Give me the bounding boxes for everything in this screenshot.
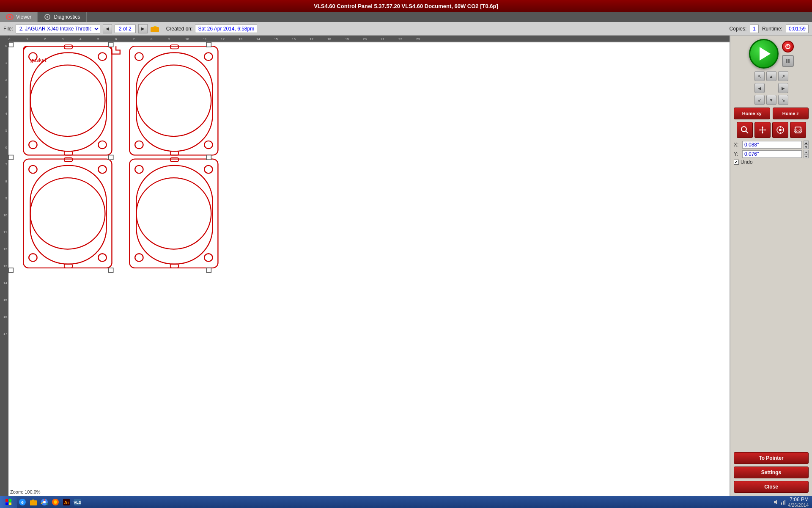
- svg-rect-45: [8, 155, 13, 160]
- x-spin-up[interactable]: ▲: [804, 141, 809, 145]
- svg-rect-50: [206, 268, 211, 273]
- x-value: 0.088": [742, 141, 802, 149]
- svg-point-26: [30, 178, 105, 249]
- y-label: Y:: [734, 151, 741, 157]
- home-z-button[interactable]: Home z: [773, 108, 809, 119]
- center-tool-button[interactable]: [772, 122, 788, 138]
- dpad-downleft-button[interactable]: ↙: [754, 95, 765, 105]
- svg-text:VLS: VLS: [74, 500, 81, 505]
- svg-rect-87: [785, 500, 785, 505]
- zoom-tool-button[interactable]: [737, 122, 753, 138]
- taskbar-illustrator-icon[interactable]: Ai: [62, 498, 71, 506]
- taskbar-ie-icon[interactable]: e: [18, 498, 27, 506]
- x-coordinate-row: X: 0.088" ▲ ▼: [734, 141, 809, 149]
- svg-point-17: [136, 65, 211, 136]
- horizontal-ruler: 0 1 2 3 4 5 6 7 8 9 10 11 12 13 14 15 16: [8, 36, 730, 42]
- tab-viewer-label: Viewer: [16, 14, 31, 20]
- y-spin-down[interactable]: ▼: [804, 154, 809, 158]
- svg-text:00:00: 00:00: [793, 129, 802, 133]
- dpad-right-button[interactable]: ▶: [778, 83, 788, 93]
- created-label: Created on:: [166, 26, 193, 32]
- tab-viewer[interactable]: Viewer: [0, 12, 38, 22]
- file-label: File:: [3, 26, 13, 32]
- svg-rect-69: [5, 499, 8, 502]
- to-pointer-button[interactable]: To Pointer: [734, 452, 809, 464]
- volume-icon: [773, 499, 779, 505]
- dpad-downright-button[interactable]: ↘: [778, 95, 788, 105]
- svg-point-18: [135, 53, 143, 61]
- tab-diagnostics-label: Diagnostics: [54, 14, 80, 20]
- undo-label[interactable]: Undo: [741, 159, 753, 165]
- play-button[interactable]: [749, 39, 779, 69]
- dpad-upright-button[interactable]: ↗: [778, 71, 788, 81]
- settings-button[interactable]: Settings: [734, 467, 809, 478]
- file-dropdown[interactable]: 2. JAGUAR XJ40 Intake Throttle Bed: [16, 24, 100, 33]
- svg-rect-46: [108, 155, 113, 160]
- dpad-left-button[interactable]: ◀: [754, 83, 765, 93]
- svg-rect-42: [170, 264, 178, 268]
- x-spin-down[interactable]: ▼: [804, 145, 809, 149]
- taskbar-time: 7:06 PM 4/26/2014: [788, 497, 809, 508]
- vector-tool-button[interactable]: [754, 122, 771, 138]
- start-button[interactable]: [0, 496, 17, 508]
- home-xy-button[interactable]: Home xy: [734, 108, 770, 119]
- y-coordinate-row: Y: 0.076" ▲ ▼: [734, 150, 809, 158]
- folder-button[interactable]: [150, 24, 159, 33]
- y-spin-up[interactable]: ▲: [804, 150, 809, 154]
- taskbar-app-icon[interactable]: VLS: [73, 498, 82, 506]
- undo-row: ✔ Undo: [734, 159, 809, 165]
- tab-diagnostics[interactable]: Diagnostics: [38, 12, 86, 22]
- play-power-row: [749, 39, 794, 69]
- prev-page-button[interactable]: ◀: [103, 24, 112, 33]
- svg-rect-34: [129, 159, 218, 268]
- svg-point-29: [29, 254, 37, 261]
- svg-rect-15: [64, 151, 72, 155]
- close-button[interactable]: Close: [734, 481, 809, 493]
- power-button[interactable]: [782, 41, 794, 52]
- svg-rect-75: [30, 500, 37, 505]
- dpad-upleft-button[interactable]: ↖: [754, 71, 765, 81]
- x-spinner[interactable]: ▲ ▼: [804, 141, 809, 149]
- timer-tool-button[interactable]: 00:00: [790, 122, 806, 138]
- svg-point-36: [135, 166, 143, 173]
- undo-checkbox[interactable]: ✔: [734, 160, 739, 165]
- dpad-down-button[interactable]: ▼: [766, 95, 776, 105]
- copies-label: Copies:: [730, 26, 747, 32]
- copies-value: 1: [750, 25, 759, 33]
- svg-marker-57: [762, 126, 763, 128]
- svg-marker-84: [774, 500, 777, 504]
- svg-point-62: [779, 129, 782, 131]
- svg-rect-24: [170, 151, 178, 155]
- svg-rect-49: [108, 268, 113, 273]
- taskbar-chrome-icon[interactable]: [40, 498, 49, 506]
- svg-text:e: e: [21, 500, 24, 505]
- taskbar-firefox-icon[interactable]: [51, 498, 60, 506]
- y-value: 0.076": [742, 150, 802, 158]
- taskbar-folder-icon[interactable]: [29, 498, 38, 506]
- tool-buttons-row: 00:00: [737, 122, 806, 138]
- svg-rect-25: [23, 159, 112, 268]
- pause-button[interactable]: [782, 55, 794, 67]
- svg-point-79: [54, 500, 57, 504]
- svg-point-7: [30, 65, 105, 136]
- svg-point-30: [98, 254, 106, 261]
- svg-point-11: [98, 141, 106, 149]
- y-spinner[interactable]: ▲ ▼: [804, 150, 809, 158]
- next-page-button[interactable]: ▶: [138, 24, 148, 33]
- svg-point-39: [204, 254, 212, 261]
- directional-pad: ↖ ▲ ↗ ◀ ▶ ↙ ▼ ↘: [754, 71, 788, 105]
- svg-point-27: [29, 166, 37, 173]
- home-buttons-row: Home xy Home z: [734, 108, 809, 119]
- taskbar: e Ai VLS 7:06 PM 4/26/2014: [0, 496, 812, 508]
- svg-point-1: [8, 16, 11, 18]
- svg-point-10: [29, 141, 37, 149]
- diagnostics-icon: [44, 14, 51, 20]
- svg-marker-60: [765, 129, 766, 131]
- x-label: X:: [734, 142, 741, 148]
- svg-point-21: [204, 141, 212, 149]
- drawing-canvas[interactable]: gasket: [8, 42, 730, 496]
- dpad-up-button[interactable]: ▲: [766, 71, 776, 81]
- runtime-value: 0:01:59: [786, 25, 809, 33]
- svg-point-3: [47, 16, 48, 18]
- svg-rect-54: [788, 59, 790, 63]
